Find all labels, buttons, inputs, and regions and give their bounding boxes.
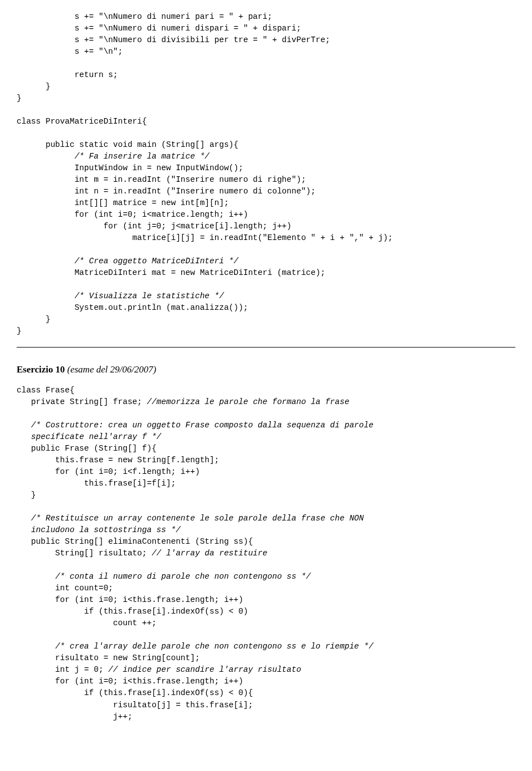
code-line: InputWindow in = new InputWindow(); xyxy=(17,164,243,172)
code-comment: //memorizza le parole che formano la fra… xyxy=(147,397,349,406)
code-line: /* Visualizza le statistiche */ xyxy=(17,292,224,300)
code-line: risultato = new String[count]; xyxy=(17,653,200,662)
code-comment: /* Visualizza le statistiche */ xyxy=(74,292,224,300)
code-line: int j = 0; // indice per scandire l'arra… xyxy=(17,665,301,674)
code-line: this.frase[i]=f[i]; xyxy=(17,479,176,488)
code-line: int n = in.readInt ("Inserire numero di … xyxy=(17,187,316,196)
code-line: matrice[i][j] = in.readInt("Elemento " +… xyxy=(17,233,393,242)
code-line: } xyxy=(17,82,50,91)
code-line: String[] risultato; // l'array da restit… xyxy=(17,549,267,558)
code-line: /* conta il numero di parole che non con… xyxy=(17,572,311,581)
code-line: int count=0; xyxy=(17,584,113,593)
code-line: } xyxy=(17,94,22,103)
code-line: for (int i=0; i<f.length; i++) xyxy=(17,467,200,476)
code-line: this.frase = new String[f.length]; xyxy=(17,456,219,464)
code-line: return s; xyxy=(17,70,118,79)
exercise-heading: Esercizio 10 (esame del 29/06/2007) xyxy=(17,363,515,377)
code-comment: /* Restituisce un array contenente le so… xyxy=(31,514,364,523)
code-line: /* Fa inserire la matrice */ xyxy=(17,152,209,161)
code-line: /* Costruttore: crea un oggetto Frase co… xyxy=(17,421,374,430)
code-line: class ProvaMatriceDiInteri{ xyxy=(17,117,147,126)
code-comment: specificate nell'array f */ xyxy=(17,432,161,441)
code-line: public String[] eliminaContenenti (Strin… xyxy=(17,537,253,546)
code-line: if (this.frase[i].indexOf(ss) < 0){ xyxy=(17,688,253,697)
code-line: s += "\nNumero di divisibili per tre = "… xyxy=(17,35,330,44)
code-line: count ++; xyxy=(17,619,156,627)
code-line: for (int i=0; i<this.frase.length; i++) xyxy=(17,677,243,686)
code-line: /* Restituisce un array contenente le so… xyxy=(17,514,364,523)
code-line: int[][] matrice = new int[m][n]; xyxy=(17,198,229,207)
code-line: MatriceDiInteri mat = new MatriceDiInter… xyxy=(17,268,325,277)
code-line: class Frase{ xyxy=(17,386,74,395)
code-line: private String[] frase; //memorizza le p… xyxy=(17,397,349,406)
code-comment: /* Costruttore: crea un oggetto Frase co… xyxy=(31,421,374,430)
code-line: public Frase (String[] f){ xyxy=(17,444,156,453)
code-line: /* Crea oggetto MatriceDiInteri */ xyxy=(17,257,238,265)
code-comment: /* Crea oggetto MatriceDiInteri */ xyxy=(74,257,238,265)
code-line: risultato[j] = this.frase[i]; xyxy=(17,701,253,709)
code-comment: /* crea l'array delle parole che non con… xyxy=(55,642,374,651)
code-comment: includono la sottostringa ss */ xyxy=(17,525,181,534)
code-comment: // l'array da restituire xyxy=(152,549,268,558)
code-block-1: s += "\nNumero di numeri pari = " + pari… xyxy=(17,11,515,337)
code-line: int m = in.readInt ("Inserire numero di … xyxy=(17,175,306,184)
code-comment: // indice per scandire l'array risultato xyxy=(108,665,301,674)
divider xyxy=(17,347,515,348)
code-comment: /* Fa inserire la matrice */ xyxy=(74,152,209,161)
code-line: for (int j=0; j<matrice[i].length; j++) xyxy=(17,222,291,231)
code-line: s += "\nNumero di numeri dispari = " + d… xyxy=(17,24,301,33)
code-line: s += "\n"; xyxy=(17,47,122,56)
code-line: System.out.println (mat.analizza()); xyxy=(17,303,248,312)
code-line: } xyxy=(17,315,50,324)
code-line: j++; xyxy=(17,712,132,721)
code-line: for (int i=0; i<this.frase.length; i++) xyxy=(17,595,243,604)
code-line: /* crea l'array delle parole che non con… xyxy=(17,642,374,651)
code-comment: /* conta il numero di parole che non con… xyxy=(55,572,311,581)
code-line: public static void main (String[] args){ xyxy=(17,140,238,149)
code-line: for (int i=0; i<matrice.length; i++) xyxy=(17,210,248,219)
code-line: } xyxy=(17,491,36,499)
code-line: } xyxy=(17,326,22,335)
code-line: s += "\nNumero di numeri pari = " + pari… xyxy=(17,12,272,21)
exercise-date: (esame del 29/06/2007) xyxy=(65,364,156,375)
code-block-2: class Frase{ private String[] frase; //m… xyxy=(17,385,515,722)
exercise-number: Esercizio 10 xyxy=(17,364,65,375)
code-line: if (this.frase[i].indexOf(ss) < 0) xyxy=(17,607,248,616)
